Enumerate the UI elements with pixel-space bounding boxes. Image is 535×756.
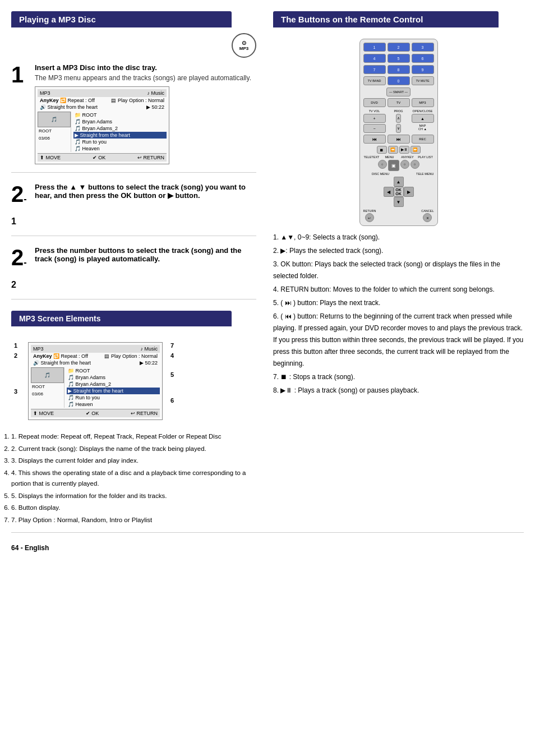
footer-return: ↩ RETURN: [137, 155, 164, 160]
btn-3: 3: [412, 43, 434, 52]
footer-ok-2: ✔ OK: [86, 411, 99, 416]
tv-vol-label: TV VOL: [363, 109, 386, 113]
file-bryan2: 🎵 Bryan Adams_2: [73, 125, 167, 132]
btn-8: 8: [388, 65, 410, 74]
right-column: The Buttons on the Remote Control 1 2 3 …: [268, 11, 524, 527]
nav-br: [404, 197, 414, 207]
element-2: 2. Current track (song): Displays the na…: [11, 444, 256, 455]
return-cancel-row: RETURN ↩ CANCEL ✕: [363, 209, 434, 222]
file2-heaven: 🎵 Heaven: [67, 401, 160, 408]
btn-pl: ○: [411, 160, 419, 169]
lbl-playlist: PLAY LIST: [417, 155, 434, 159]
track-2: 🔊 Straight from the heart: [33, 360, 91, 366]
btn-mp3: MP3: [412, 98, 434, 107]
skip-row: ⏮ ⏭ REC: [363, 135, 434, 144]
footer-move: ⬆ MOVE: [40, 155, 61, 160]
play-option-2: ▤ Play Option : Normal: [104, 353, 158, 359]
element-1: 1. Repeat mode: Repeat off, Repeat Track…: [11, 431, 256, 442]
anykey-label: AnyKey 🔁 Repeat : Off: [40, 98, 95, 103]
root-index: 03/06: [38, 135, 71, 142]
file-straight: ▶ Straight from the heart: [73, 132, 167, 139]
file-root: 📁 ROOT: [73, 112, 167, 118]
map-label: MAPCH ▲: [412, 124, 434, 131]
btn-cancel: ✕: [423, 213, 432, 222]
num-row-3: 7 8 9: [363, 65, 434, 74]
desc-4: 4. RETURN button: Moves to the folder to…: [273, 284, 524, 296]
btn-9: 9: [412, 65, 434, 74]
btn-1: 1: [363, 43, 386, 52]
transport-row: ⏹ ⏪ ▶⏸ ⏩: [363, 146, 434, 154]
step-2a-block: 2-1 Press the ▲ ▼ buttons to select the …: [11, 183, 256, 236]
desc-7: 7. ⏹ : Stops a track (song).: [273, 371, 524, 383]
annot-5: 5: [170, 371, 174, 378]
open-label: OPEN/CLOSE: [412, 109, 434, 113]
screen-repeat-row: AnyKey 🔁 Repeat : Off ▤ Play Option : No…: [38, 97, 167, 104]
btn-vol-dn: −: [363, 124, 386, 133]
screen-left-2: 🎵 ROOT 03/06: [31, 367, 64, 408]
annot-3: 3: [14, 388, 17, 395]
cancel-label: CANCEL: [421, 209, 433, 213]
annot-6: 6: [170, 397, 174, 404]
section-title-remote: The Buttons on the Remote Control: [273, 11, 499, 27]
btn-skip-fwd: ⏭: [388, 135, 410, 144]
desc-1: 1. ▲▼, 0~9: Selects a track (song).: [273, 232, 524, 243]
screen-elements-list: 1. Repeat mode: Repeat off, Repeat Track…: [11, 431, 256, 525]
btn-skip-bk: ⏮: [363, 135, 386, 144]
play-option-label: ▤ Play Option : Normal: [111, 98, 164, 103]
btn-ch-up: ∧: [396, 114, 401, 123]
annot-7: 7: [170, 342, 174, 349]
lbl-menu: MENU: [381, 155, 398, 159]
btn-stop: ⏹: [377, 146, 387, 154]
nav-tl: [384, 177, 394, 187]
screen-body-2: 🎵 ROOT 03/06 📁 ROOT 🎵 Bryan Adams 🎵 Brya…: [31, 366, 160, 409]
nav-bl: [384, 197, 394, 207]
step-1-number: 1: [11, 63, 28, 86]
btn-open: ▲: [412, 114, 434, 123]
step-1-block: 1 Insert a MP3 Disc into the disc tray. …: [11, 63, 256, 173]
screen-mockup-1: MP3 ♪ Music AnyKey 🔁 Repeat : Off ▤ Play…: [35, 86, 169, 164]
btn-6: 6: [412, 54, 434, 63]
btn-5: 5: [388, 54, 410, 63]
screen-left-panel: 🎵 ROOT 03/06: [38, 112, 71, 152]
menu-col: OPEN/CLOSE ▲ MAPCH ▲: [412, 109, 434, 133]
screen-right-2: 📁 ROOT 🎵 Bryan Adams 🎵 Bryan Adams_2 ▶ S…: [67, 367, 160, 408]
page-number: 64: [11, 544, 19, 552]
nav-cross: ▲ ◀ OKOK ▶ ▼: [384, 177, 414, 207]
mp3-screen-section: MP3 Screen Elements 1 2 3 7 4 5 6 MP3 ♪ …: [11, 311, 256, 525]
screen-mp3-label-2: MP3: [33, 346, 44, 352]
ch-col: PROG ∧ ∨: [388, 109, 410, 133]
mp3-disc-icon: ⊙ MP3: [232, 33, 256, 58]
step-2b-content: Press the number buttons to select the t…: [35, 246, 256, 265]
btn-4: 4: [363, 54, 386, 63]
btn-vol-up: +: [363, 114, 386, 123]
btn-ff: ⏩: [411, 146, 421, 154]
screen-track-row: 🔊 Straight from the heart ▶ 50:22: [38, 104, 167, 110]
screen-header-1: MP3 ♪ Music: [38, 89, 167, 97]
step-2a-heading: Press the ▲ ▼ buttons to select the trac…: [35, 183, 256, 200]
step-2b-block: 2-2 Press the number buttons to select t…: [11, 246, 256, 299]
footer-return-2: ↩ RETURN: [131, 411, 158, 416]
btn-return: ↩: [365, 213, 374, 222]
section-title-mp3: Playing a MP3 Disc: [11, 11, 232, 27]
btn-tv-mute: TV MUTE: [412, 76, 434, 85]
desc-2: 2. ▶: Plays the selected track (song).: [273, 245, 524, 257]
time-2: ▶ 50:22: [140, 360, 158, 366]
btn-tv: TV: [388, 98, 410, 107]
mp3-icon-box: ⊙ MP3: [11, 33, 256, 58]
anykey-2: AnyKey 🔁 Repeat : Off: [33, 353, 88, 359]
step-2a-number: 2-1: [11, 183, 28, 228]
footer-divider: [11, 532, 524, 533]
vol-ch-row: TV VOL + − PROG ∧ ∨ OPEN/CLOSE ▲ MAPCH ▲: [363, 109, 434, 133]
btn-play-pause: ▶⏸: [399, 146, 409, 154]
lbl-disc-menu: DISC MENU: [363, 172, 398, 176]
root-label: ROOT: [38, 127, 71, 135]
lbl-teletext: TELETEXT: [363, 155, 380, 159]
return-label: RETURN: [363, 209, 376, 213]
step-1-desc: The MP3 menu appears and the tracks (son…: [35, 74, 251, 82]
footer-ok: ✔ OK: [93, 155, 106, 160]
remote-container: 1 2 3 4 5 6 7 8 9 TV BAND 0 TV MUTE: [273, 39, 524, 226]
btn-up: ▲: [394, 177, 404, 187]
btn-tv-band: TV BAND: [363, 76, 386, 85]
file-bryan: 🎵 Bryan Adams: [73, 118, 167, 125]
btn-right: ▶: [404, 187, 414, 197]
